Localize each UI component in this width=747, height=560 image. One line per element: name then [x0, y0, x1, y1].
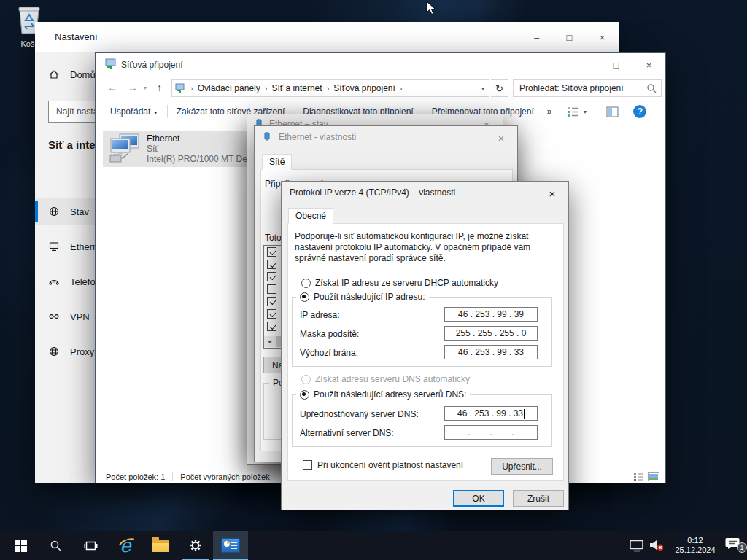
radio-dns-auto[interactable] — [301, 375, 311, 384]
toolbar-divider — [167, 105, 168, 118]
ipv4-close[interactable]: × — [542, 185, 562, 201]
ethernet-connection-item[interactable]: Ethernet Síť Intel(R) PRO/1000 MT De — [103, 131, 258, 167]
subnet-mask-field[interactable]: 255 . 255 . 255 . 0 — [444, 326, 538, 341]
task-view-icon — [84, 540, 98, 551]
action-center-button[interactable]: 1 — [725, 537, 744, 554]
connection-network: Síť — [147, 144, 247, 154]
selected-count: Počet vybraných položek — [180, 472, 269, 481]
checkbox-checked-icon[interactable] — [267, 309, 276, 319]
statusbar-details-view-icon[interactable] — [633, 472, 643, 481]
up-button[interactable]: ↑ — [157, 82, 162, 93]
checkbox-checked-icon[interactable] — [267, 322, 276, 331]
advanced-button[interactable]: Upřesnit... — [491, 458, 553, 475]
task-view-button[interactable] — [73, 531, 108, 560]
scroll-left-button[interactable]: ◄ — [264, 338, 275, 345]
tray-volume-muted-icon[interactable] — [649, 540, 665, 552]
statusbar-divider — [172, 472, 173, 481]
organize-label: Uspořádat — [110, 106, 150, 117]
refresh-button[interactable]: ↻ — [491, 79, 508, 97]
checkbox-checked-icon[interactable] — [267, 272, 276, 281]
cancel-button[interactable]: Zrušit — [513, 490, 564, 507]
radio-dhcp-label[interactable]: Získat IP adresu ze serveru DHCP automat… — [315, 278, 498, 288]
settings-home-label: Domů — [70, 69, 96, 80]
radio-dns-static-circle[interactable] — [300, 390, 309, 400]
internet-explorer-icon: e — [120, 536, 131, 555]
internet-explorer-button[interactable]: e — [108, 531, 143, 560]
settings-minimize-button[interactable]: – — [520, 22, 553, 52]
preferred-dns-label: Upřednostňovaný server DNS: — [300, 409, 419, 419]
sidebar-item-label: Stav — [70, 206, 89, 217]
explorer-search-input[interactable]: Prohledat: Síťová připojení — [513, 79, 662, 97]
search-icon — [646, 83, 657, 93]
search-icon — [50, 540, 62, 552]
breadcrumb-location-icon — [175, 83, 187, 93]
preferred-dns-field[interactable]: 46 . 253 . 99 . 33 — [444, 406, 538, 421]
properties-close[interactable]: × — [491, 130, 511, 146]
radio-dhcp[interactable] — [301, 279, 311, 288]
windows-logo-icon — [15, 540, 27, 552]
validate-checkbox-label[interactable]: Při ukončení ověřit platnost nastavení — [317, 460, 463, 470]
forward-button[interactable]: → — [128, 82, 138, 93]
tab-networking[interactable]: Sítě — [262, 154, 292, 170]
properties-title: Ethernet - vlastnosti — [279, 132, 356, 142]
connection-name: Ethernet — [147, 133, 247, 144]
checkbox-checked-icon[interactable] — [267, 247, 276, 257]
checkbox-checked-icon[interactable] — [267, 260, 276, 269]
vpn-icon — [48, 311, 60, 322]
statusbar-thumbnail-view-icon[interactable] — [648, 472, 659, 481]
settings-close-button[interactable]: × — [586, 22, 619, 52]
breadcrumb: › Ovládací panely › Síť a internet › Síť… — [171, 79, 489, 97]
checkbox-checked-icon[interactable] — [267, 297, 276, 306]
explorer-close-button[interactable]: × — [632, 53, 665, 77]
explorer-maximize-button[interactable]: □ — [600, 53, 632, 77]
checkbox-unchecked-icon[interactable] — [267, 284, 276, 294]
ethernet-icon — [48, 241, 60, 252]
recent-locations-dropdown[interactable]: ▾ — [144, 85, 147, 91]
organize-menu[interactable]: Uspořádat ▼ — [110, 106, 158, 117]
taskbar-clock[interactable]: 0:12 25.12.2024 — [670, 536, 721, 555]
preview-pane-icon[interactable] — [606, 106, 619, 117]
network-connections-app-icon — [221, 538, 240, 553]
file-explorer-button[interactable] — [143, 531, 178, 560]
settings-maximize-button[interactable]: □ — [553, 22, 586, 52]
tray-network-icon[interactable] — [629, 539, 645, 552]
explorer-title: Síťová připojení — [121, 60, 183, 70]
taskbar: e — [0, 531, 747, 560]
settings-home-item[interactable]: Domů — [48, 69, 96, 80]
start-button[interactable] — [3, 531, 38, 560]
explorer-titlebar: Síťová připojení – □ × — [96, 53, 665, 77]
explorer-minimize-button[interactable]: – — [567, 53, 600, 77]
ipv4-properties-dialog: Protokol IP verze 4 (TCP/IPv4) – vlastno… — [281, 181, 569, 510]
ipv4-titlebar: Protokol IP verze 4 (TCP/IPv4) – vlastno… — [282, 182, 568, 203]
details-view-icon[interactable] — [568, 106, 579, 117]
settings-title: Nastavení — [55, 31, 98, 42]
view-dropdown-caret[interactable]: ▼ — [582, 109, 587, 114]
help-button[interactable]: ? — [633, 105, 646, 118]
tab-general[interactable]: Obecné — [288, 208, 333, 224]
subnet-mask-label: Maska podsítě: — [300, 329, 359, 339]
mouse-cursor — [426, 1, 438, 15]
breadcrumb-network-connections[interactable]: Síťová připojení — [330, 83, 398, 93]
ip-address-field[interactable]: 46 . 253 . 99 . 39 — [444, 307, 538, 322]
radio-static-ip-circle[interactable] — [300, 292, 309, 302]
breadcrumb-control-panel[interactable]: Ovládací panely — [195, 83, 263, 93]
back-button[interactable]: ← — [107, 82, 117, 93]
settings-taskbar-button[interactable] — [178, 531, 213, 560]
radio-dns-auto-label[interactable]: Získat adresu serveru DNS automaticky — [315, 374, 470, 384]
taskbar-search-button[interactable] — [38, 531, 73, 560]
network-connections-taskbar-button[interactable] — [213, 531, 248, 560]
radio-static-ip-label: Použít následující IP adresu: — [314, 292, 425, 302]
default-gateway-field[interactable]: 46 . 253 . 99 . 33 — [444, 345, 538, 359]
alternate-dns-field[interactable]: . . . — [444, 425, 538, 440]
address-dropdown[interactable]: ▾ — [481, 85, 489, 92]
settings-titlebar: Nastavení – □ × — [35, 22, 619, 52]
radio-static-ip[interactable]: Použít následující IP adresu: — [296, 292, 429, 302]
breadcrumb-network-internet[interactable]: Síť a internet — [268, 83, 325, 93]
breadcrumb-separator: › — [263, 84, 269, 93]
validate-checkbox[interactable] — [303, 460, 312, 470]
ok-button[interactable]: OK — [453, 490, 504, 507]
toolbar-overflow-button[interactable]: » — [547, 106, 552, 117]
preferred-dns-value: 46 . 253 . 99 . 33 — [457, 408, 523, 419]
radio-dns-static[interactable]: Použít následující adresy serverů DNS: — [296, 389, 470, 400]
breadcrumb-separator: › — [398, 84, 404, 93]
